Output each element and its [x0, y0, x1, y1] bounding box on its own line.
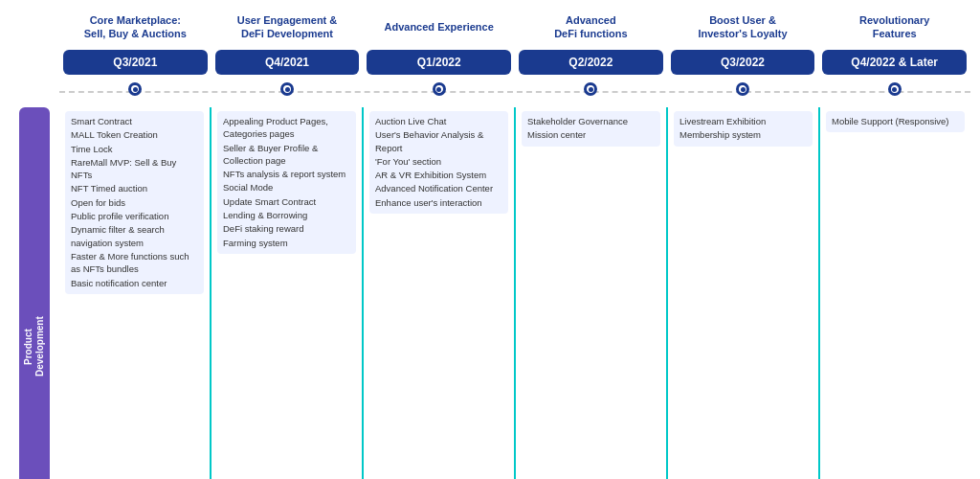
- product-item-phase5-0: Livestream Exhibition: [679, 115, 807, 127]
- roadmap-container: Core Marketplace:Sell, Buy & AuctionsQ3/…: [0, 0, 980, 479]
- product-item-phase1-2: Time Lock: [71, 143, 198, 155]
- timeline-dot-col-phase5: [667, 82, 819, 100]
- timeline-row: [10, 82, 970, 100]
- product-item-phase1-7: Dynamic filter & search navigation syste…: [71, 223, 198, 249]
- product-cols: Smart ContractMALL Token CreationTime Lo…: [59, 107, 970, 479]
- product-item-phase3-5: Enhance user's interaction: [375, 196, 502, 209]
- product-item-phase2-4: Update Smart Contract: [223, 195, 350, 208]
- product-item-phase3-2: 'For You' section: [375, 155, 502, 168]
- product-item-phase3-3: AR & VR Exhibition System: [375, 169, 502, 181]
- product-col-phase1: Smart ContractMALL Token CreationTime Lo…: [59, 107, 210, 479]
- product-item-phase4-0: Stakeholder Governance: [527, 115, 655, 127]
- quarter-badge-phase4: Q2/2022: [519, 50, 663, 75]
- timeline-dot-phase3: [433, 82, 446, 96]
- product-col-phase6: Mobile Support (Responsive): [818, 107, 970, 479]
- header-row: Core Marketplace:Sell, Buy & AuctionsQ3/…: [10, 10, 970, 75]
- product-item-phase1-3: RareMall MVP: Sell & Buy NFTs: [71, 156, 198, 182]
- product-item-phase3-1: User's Behavior Analysis & Report: [375, 128, 502, 154]
- phase-title-phase2: User Engagement &DeFi Development: [237, 10, 338, 44]
- phase-title-phase6: RevolutionaryFeatures: [859, 10, 929, 44]
- quarter-badge-phase5: Q3/2022: [671, 50, 815, 75]
- product-item-phase1-1: MALL Token Creation: [71, 128, 198, 141]
- product-item-phase3-0: Auction Live Chat: [375, 115, 502, 127]
- quarter-badge-phase1: Q3/2021: [63, 50, 208, 75]
- quarter-badge-phase2: Q4/2021: [215, 50, 360, 75]
- product-item-phase3-4: Advanced Notification Center: [375, 182, 502, 194]
- product-item-phase1-5: Open for bids: [71, 196, 198, 209]
- product-item-phase2-1: Seller & Buyer Profile & Collection page: [223, 142, 350, 168]
- product-col-phase5: Livestream ExhibitionMembership system: [666, 107, 818, 479]
- timeline-dot-col-phase3: [363, 82, 515, 100]
- timeline-dot-inner-phase6: [892, 87, 897, 92]
- timeline-dot-inner-phase2: [285, 87, 290, 92]
- product-col-phase4: Stakeholder GovernanceMission center: [514, 107, 666, 479]
- product-item-phase2-7: Farming system: [223, 237, 350, 249]
- timeline-dot-phase4: [584, 82, 597, 96]
- product-item-phase1-8: Faster & More functions such as NFTs bun…: [71, 250, 198, 276]
- header-col-phase6: RevolutionaryFeaturesQ4/2022 & Later: [818, 10, 970, 75]
- phase-title-phase1: Core Marketplace:Sell, Buy & Auctions: [84, 10, 187, 44]
- timeline: [59, 82, 970, 100]
- product-section-phase4: Stakeholder GovernanceMission center: [522, 111, 660, 147]
- phase-title-phase3: Advanced Experience: [385, 10, 494, 44]
- header-col-phase2: User Engagement &DeFi DevelopmentQ4/2021: [212, 10, 364, 75]
- phase-title-phase5: Boost User &Investor's Loyalty: [698, 10, 787, 44]
- timeline-dot-inner-phase5: [741, 87, 746, 92]
- product-section-phase3: Auction Live ChatUser's Behavior Analysi…: [369, 111, 508, 214]
- timeline-dot-phase1: [128, 82, 142, 96]
- product-item-phase2-3: Social Mode: [223, 181, 350, 194]
- header-cols: Core Marketplace:Sell, Buy & AuctionsQ3/…: [59, 10, 970, 75]
- header-col-phase3: Advanced ExperienceQ1/2022: [363, 10, 515, 75]
- product-section-phase5: Livestream ExhibitionMembership system: [674, 111, 813, 147]
- timeline-dot-phase2: [280, 82, 294, 96]
- timeline-dot-inner-phase3: [436, 87, 441, 92]
- product-item-phase2-2: NFTs analysis & report system: [223, 168, 350, 180]
- header-col-phase1: Core Marketplace:Sell, Buy & AuctionsQ3/…: [59, 10, 212, 75]
- product-item-phase2-5: Lending & Borrowing: [223, 209, 350, 221]
- product-col-phase2: Appealing Product Pages, Categories page…: [210, 107, 362, 479]
- product-label-col: ProductDevelopment: [10, 107, 59, 479]
- timeline-dot-inner-phase1: [133, 87, 138, 92]
- product-section-phase6: Mobile Support (Responsive): [826, 111, 965, 132]
- product-item-phase1-4: NFT Timed auction: [71, 182, 198, 194]
- product-item-phase1-0: Smart Contract: [71, 115, 198, 127]
- timeline-dot-col-phase4: [515, 82, 667, 100]
- product-col-phase3: Auction Live ChatUser's Behavior Analysi…: [362, 107, 514, 479]
- product-item-phase6-0: Mobile Support (Responsive): [832, 115, 959, 127]
- timeline-dot-col-phase2: [212, 82, 364, 100]
- header-col-phase5: Boost User &Investor's LoyaltyQ3/2022: [667, 10, 819, 75]
- product-item-phase5-1: Membership system: [679, 128, 807, 141]
- timeline-dot-inner-phase4: [589, 87, 593, 92]
- product-row: ProductDevelopment Smart ContractMALL To…: [10, 107, 970, 479]
- quarter-badge-phase3: Q1/2022: [367, 50, 511, 75]
- phase-title-phase4: AdvancedDeFi functions: [554, 10, 627, 44]
- timeline-dot-phase6: [888, 82, 902, 96]
- product-item-phase2-0: Appealing Product Pages, Categories page…: [223, 115, 350, 141]
- product-label: ProductDevelopment: [19, 107, 50, 479]
- quarter-badge-phase6: Q4/2022 & Later: [822, 50, 967, 75]
- product-item-phase1-6: Public profile verification: [71, 210, 198, 222]
- timeline-dot-col-phase6: [818, 82, 970, 100]
- product-item-phase2-6: DeFi staking reward: [223, 222, 350, 235]
- timeline-dot-phase5: [736, 82, 749, 96]
- product-section-phase2: Appealing Product Pages, Categories page…: [217, 111, 356, 254]
- product-section-phase1: Smart ContractMALL Token CreationTime Lo…: [65, 111, 204, 294]
- header-col-phase4: AdvancedDeFi functionsQ2/2022: [515, 10, 667, 75]
- product-item-phase1-9: Basic notification center: [71, 277, 198, 289]
- product-item-phase4-1: Mission center: [527, 128, 655, 141]
- timeline-dot-col-phase1: [59, 82, 212, 100]
